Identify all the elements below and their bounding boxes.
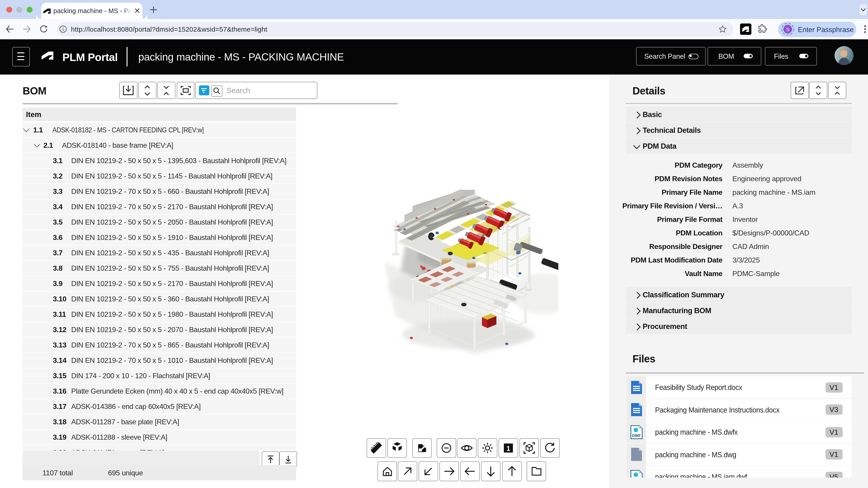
svg-text:S: S xyxy=(786,27,789,32)
svg-text:1: 1 xyxy=(506,444,510,452)
svg-text:DWF: DWF xyxy=(632,433,641,437)
